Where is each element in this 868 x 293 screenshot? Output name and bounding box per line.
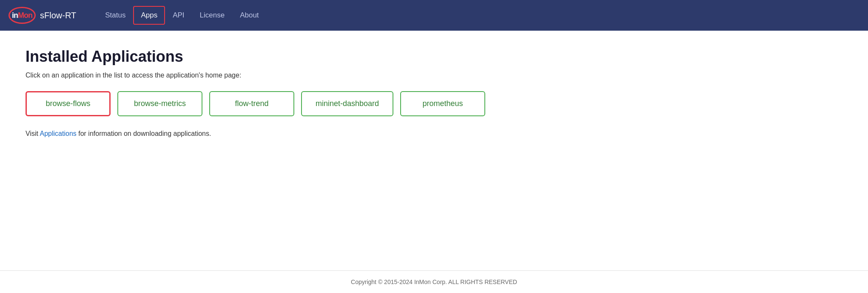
app-flow-trend[interactable]: flow-trend (209, 91, 294, 116)
nav-status[interactable]: Status (97, 0, 133, 31)
footer-text: Copyright © 2015-2024 InMon Corp. ALL RI… (351, 279, 517, 285)
logo-mon: Mon (18, 11, 32, 20)
nav-license[interactable]: License (192, 0, 233, 31)
logo-in: in (12, 11, 18, 20)
main-content: Installed Applications Click on an appli… (0, 31, 868, 270)
applications-link[interactable]: Applications (40, 130, 77, 137)
app-name: sFlow-RT (40, 11, 76, 20)
logo: inMon sFlow-RT (9, 7, 89, 24)
visit-suffix: for information on downloading applicati… (77, 130, 211, 137)
nav-apps[interactable]: Apps (133, 6, 165, 25)
navbar: inMon sFlow-RT Status Apps API License A… (0, 0, 868, 31)
app-prometheus[interactable]: prometheus (400, 91, 485, 116)
visit-text: Visit Applications for information on do… (26, 130, 842, 138)
logo-oval: inMon (9, 7, 36, 24)
app-browse-metrics[interactable]: browse-metrics (117, 91, 202, 116)
nav-about[interactable]: About (232, 0, 266, 31)
app-mininet-dashboard[interactable]: mininet-dashboard (301, 91, 393, 116)
logo-text: inMon (12, 11, 32, 20)
app-browse-flows[interactable]: browse-flows (26, 91, 111, 116)
apps-grid: browse-flows browse-metrics flow-trend m… (26, 91, 842, 116)
footer: Copyright © 2015-2024 InMon Corp. ALL RI… (0, 270, 868, 293)
page-title: Installed Applications (26, 48, 842, 66)
page-description: Click on an application in the list to a… (26, 72, 842, 79)
nav-api[interactable]: API (165, 0, 192, 31)
visit-prefix: Visit (26, 130, 40, 137)
